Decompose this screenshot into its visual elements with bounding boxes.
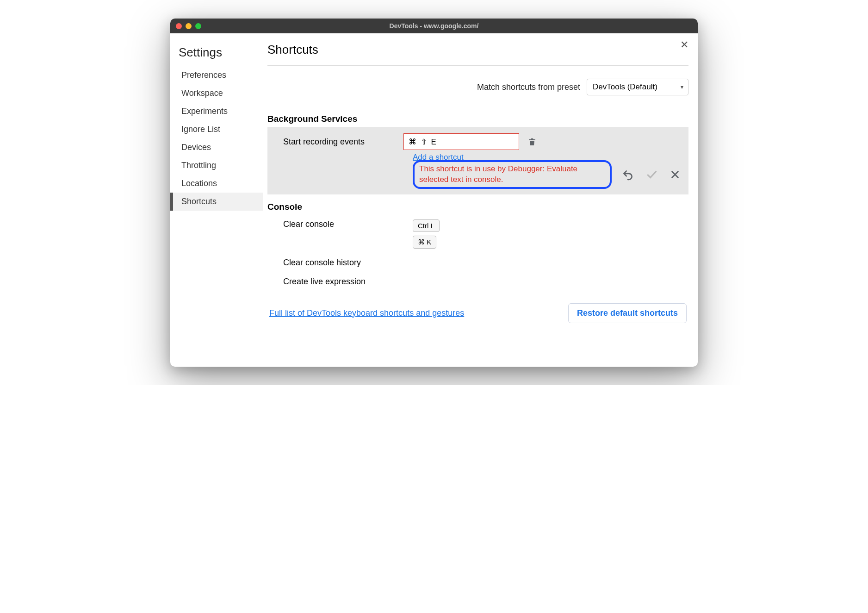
settings-content: ✕ Settings Preferences Workspace Experim… [170, 33, 698, 367]
close-icon[interactable]: ✕ [680, 40, 688, 50]
shortcut-row[interactable]: Create live expression [267, 272, 688, 291]
page-title: Shortcuts [267, 43, 688, 66]
window-maximize-button[interactable] [195, 23, 201, 29]
sidebar-item-label: Throttling [181, 161, 216, 170]
shortcut-conflict-error: This shortcut is in use by Debugger: Eva… [413, 160, 612, 189]
confirm-icon [646, 169, 658, 181]
footer: Full list of DevTools keyboard shortcuts… [267, 291, 688, 325]
titlebar: DevTools - www.google.com/ [170, 19, 698, 33]
devtools-window: DevTools - www.google.com/ ✕ Settings Pr… [170, 19, 698, 367]
preset-row: Match shortcuts from preset DevTools (De… [267, 79, 688, 95]
sidebar-item-locations[interactable]: Locations [170, 175, 263, 193]
sidebar: Settings Preferences Workspace Experimen… [170, 33, 263, 367]
shortcut-row[interactable]: Clear console Ctrl L ⌘ K [267, 215, 688, 253]
sidebar-item-shortcuts[interactable]: Shortcuts [170, 193, 263, 211]
sidebar-item-label: Workspace [181, 88, 223, 98]
full-list-link[interactable]: Full list of DevTools keyboard shortcuts… [269, 308, 464, 318]
preset-label: Match shortcuts from preset [477, 82, 580, 92]
sidebar-item-label: Locations [181, 179, 217, 188]
sidebar-item-label: Preferences [181, 70, 226, 80]
window-close-button[interactable] [176, 23, 182, 29]
shortcut-editing-block: Start recording events Add a shortcut Th… [267, 127, 688, 194]
shortcut-chip: ⌘ K [413, 236, 436, 249]
sidebar-item-preferences[interactable]: Preferences [170, 66, 263, 84]
action-label: Create live expression [283, 277, 413, 287]
window-minimize-button[interactable] [186, 23, 192, 29]
shortcut-row[interactable]: Clear console history [267, 253, 688, 272]
trash-icon[interactable] [528, 138, 536, 146]
sidebar-item-workspace[interactable]: Workspace [170, 84, 263, 102]
sidebar-item-label: Shortcuts [181, 197, 217, 206]
preset-select[interactable]: DevTools (Default) [587, 79, 688, 95]
edit-actions [622, 169, 682, 181]
action-label: Start recording events [274, 137, 403, 147]
shortcut-input[interactable] [403, 133, 519, 150]
shortcut-chip: Ctrl L [413, 219, 440, 232]
cancel-icon[interactable] [670, 169, 680, 180]
preset-value: DevTools (Default) [593, 82, 657, 91]
undo-icon[interactable] [622, 169, 634, 181]
edit-row: Start recording events [274, 133, 682, 150]
sidebar-item-label: Experiments [181, 106, 228, 116]
traffic-lights [176, 23, 201, 29]
section-heading-background: Background Services [267, 114, 688, 124]
restore-defaults-button[interactable]: Restore default shortcuts [568, 303, 687, 323]
main-panel: Shortcuts Match shortcuts from preset De… [263, 33, 698, 367]
sidebar-item-devices[interactable]: Devices [170, 138, 263, 156]
sidebar-title: Settings [170, 43, 263, 66]
section-heading-console: Console [267, 202, 688, 212]
sidebar-item-experiments[interactable]: Experiments [170, 102, 263, 120]
sidebar-item-throttling[interactable]: Throttling [170, 156, 263, 175]
window-title: DevTools - www.google.com/ [170, 22, 698, 30]
action-label: Clear console [283, 219, 413, 229]
action-label: Clear console history [283, 258, 413, 268]
sidebar-item-ignore-list[interactable]: Ignore List [170, 120, 263, 138]
sidebar-item-label: Devices [181, 143, 211, 152]
sidebar-item-label: Ignore List [181, 125, 220, 134]
